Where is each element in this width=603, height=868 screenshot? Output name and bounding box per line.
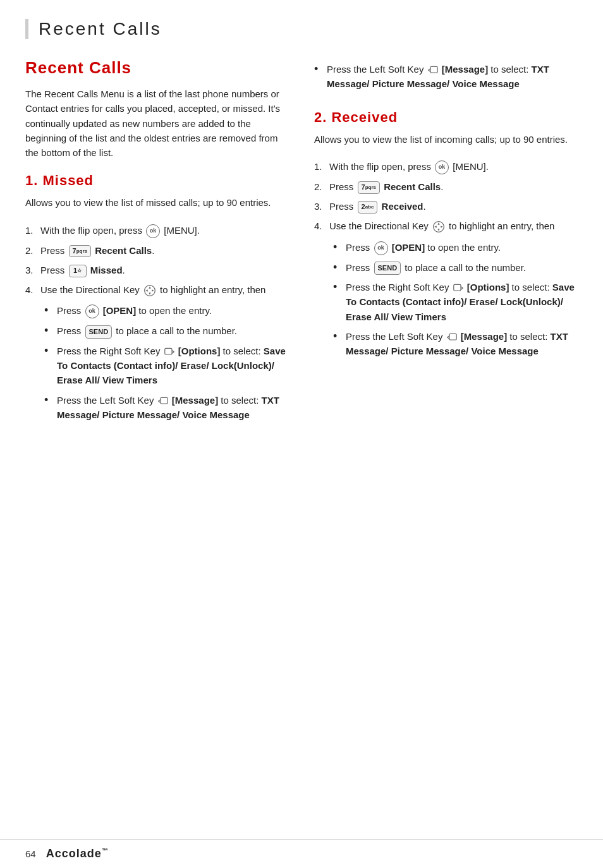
svg-marker-2 (149, 292, 150, 294)
missed-bullet-message: • Press the Left Soft Key [Message] to s… (44, 393, 289, 423)
key-7pqrs-r: 7pqrs (358, 181, 380, 193)
footer-brand: Accolade™ (46, 847, 109, 860)
page-header-title: Recent Calls (39, 19, 162, 39)
missed-steps: 1. With the flip open, press ok [MENU]. … (25, 223, 289, 298)
right-top-bullets: • Press the Left Soft Key [Message] to s… (314, 62, 578, 92)
right-soft-key-icon-r (453, 284, 463, 292)
svg-marker-12 (441, 226, 442, 228)
intro-text: The Recent Calls Menu is a list of the l… (25, 87, 289, 160)
left-soft-key-icon (158, 397, 168, 406)
missed-step-2: 2. Press 7pqrs Recent Calls. (25, 243, 289, 258)
missed-step-4: 4. Use the Directional Key to highlight … (25, 282, 289, 297)
received-title: 2. Received (314, 109, 578, 126)
left-section-title: Recent Calls (25, 58, 289, 78)
missed-step-3: 3. Press 1☆ Missed. (25, 263, 289, 277)
received-step-3: 3. Press 2abc Received. (314, 199, 578, 214)
key-7pqrs: 7pqrs (69, 245, 91, 257)
missed-step-1: 1. With the flip open, press ok [MENU]. (25, 223, 289, 238)
received-step-1: 1. With the flip open, press ok [MENU]. (314, 159, 578, 174)
directional-key-icon (143, 284, 156, 297)
right-soft-key-icon (164, 347, 174, 356)
send-key-icon-r: SEND (374, 262, 401, 275)
left-soft-key-icon-right (428, 66, 438, 75)
svg-marker-1 (149, 286, 150, 288)
svg-rect-6 (161, 397, 168, 404)
page-container: Recent Calls Recent Calls The Recent Cal… (0, 0, 603, 868)
footer-page-number: 64 (25, 848, 36, 859)
left-soft-key-icon-r2 (447, 333, 457, 342)
svg-marker-3 (145, 289, 147, 291)
received-description: Allows you to view the list of incoming … (314, 132, 578, 147)
header-bar: Recent Calls (25, 19, 578, 39)
missed-bullet-options: • Press the Right Soft Key [Options] to … (44, 344, 289, 388)
ok-key-icon: ok (146, 224, 160, 238)
ok-key-icon-r2: ok (374, 241, 388, 255)
received-bullet-open: • Press ok [OPEN] to open the entry. (333, 240, 578, 255)
svg-rect-13 (453, 285, 460, 291)
key-1: 1☆ (69, 265, 87, 277)
received-bullet-options: • Press the Right Soft Key [Options] to … (333, 280, 578, 324)
missed-bullet-send: • Press SEND to place a call to the numb… (44, 323, 289, 339)
ok-key-icon-r1: ok (435, 160, 449, 174)
svg-marker-4 (152, 289, 154, 291)
right-top-bullet-message: • Press the Left Soft Key [Message] to s… (314, 62, 578, 92)
received-step-4: 4. Use the Directional Key to highlight … (314, 219, 578, 233)
missed-title: 1. Missed (25, 172, 289, 189)
svg-marker-10 (437, 229, 439, 231)
two-column-layout: Recent Calls The Recent Calls Menu is a … (25, 58, 578, 427)
svg-rect-7 (430, 66, 437, 73)
footer-bar: 64 Accolade™ (0, 839, 603, 868)
received-step-2: 2. Press 7pqrs Recent Calls. (314, 179, 578, 194)
received-bullet-message: • Press the Left Soft Key [Message] to s… (333, 329, 578, 359)
received-bullets: • Press ok [OPEN] to open the entry. • P… (327, 240, 578, 359)
directional-key-icon-r (432, 220, 445, 233)
svg-marker-9 (437, 223, 439, 225)
left-column: Recent Calls The Recent Calls Menu is a … (25, 58, 289, 427)
ok-key-icon-2: ok (85, 304, 99, 318)
missed-bullets: • Press ok [OPEN] to open the entry. • P… (38, 303, 289, 422)
missed-bullet-open: • Press ok [OPEN] to open the entry. (44, 303, 289, 318)
received-bullet-send: • Press SEND to place a call to the numb… (333, 260, 578, 275)
svg-marker-11 (434, 226, 436, 228)
svg-rect-5 (164, 348, 171, 354)
right-column: • Press the Left Soft Key [Message] to s… (314, 58, 578, 427)
svg-rect-14 (449, 334, 456, 340)
key-2abc-r: 2abc (358, 201, 378, 213)
send-key-icon: SEND (85, 325, 113, 339)
missed-description: Allows you to view the list of missed ca… (25, 195, 289, 210)
received-steps: 1. With the flip open, press ok [MENU]. … (314, 159, 578, 234)
